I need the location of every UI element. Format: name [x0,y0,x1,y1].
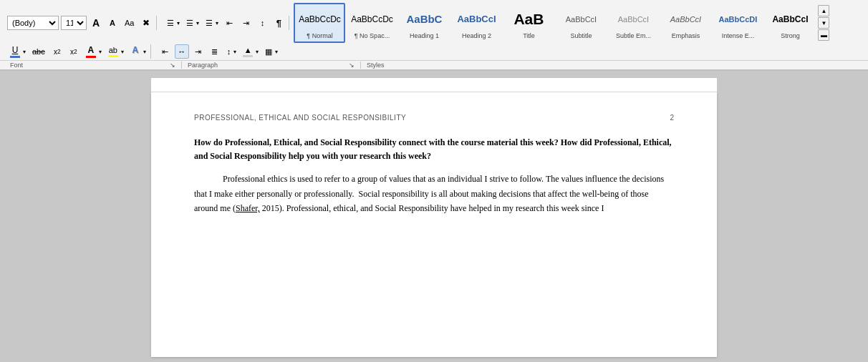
style-heading1-preview: AaBbC [406,6,442,32]
line-spacing-dropdown: ▾ [233,49,237,55]
style-heading2-label: Heading 2 [462,33,491,40]
doc-header-title: PROFESSIONAL, ETHICAL AND SOCIAL RESPONS… [194,114,406,122]
align-left-button[interactable]: ⇤ [158,44,173,59]
toolbar-row1: (Body) 11 A A Aa ✖ ☰ ▾ ☰ ▾ ☰ ▾ ⇤ [4,3,864,44]
style-heading2-preview: AaBbCcI [457,6,496,32]
increase-indent-button[interactable]: ⇥ [238,16,253,30]
bullets-button[interactable]: ☰ ▾ [164,16,181,30]
style-heading2[interactable]: AaBbCcI Heading 2 [450,3,502,43]
style-intense-e[interactable]: AaBbCcDI Intense E... [712,3,763,43]
sort-button[interactable]: ↕ [255,16,269,30]
style-heading1-label: Heading 1 [410,33,439,40]
document-area: PROFESSIONAL, ETHICAL AND SOCIAL RESPONS… [0,71,868,362]
subscript-button[interactable]: x2 [50,44,64,59]
text-effect-button[interactable]: A ▾ [127,44,148,59]
style-subtle-em-preview: AaBbCcI [618,6,649,32]
style-emphasis[interactable]: AaBbCcI Emphasis [660,3,711,43]
text-effect-dropdown: ▾ [143,49,147,55]
shading-dropdown: ▾ [255,49,259,55]
font-group: (Body) 11 A A Aa ✖ [4,16,157,30]
shading-icon: ▲ [241,46,255,57]
numbering-icon: ☰ [184,19,196,28]
font-size-select[interactable]: 11 [61,16,87,30]
borders-button[interactable]: ▦ ▾ [262,44,279,59]
style-normal[interactable]: AaBbCcDc ¶ Normal [294,3,345,43]
style-subtle-em-label: Subtle Em... [616,33,651,40]
doc-header-page: 2 [670,114,674,122]
borders-icon: ▦ [263,47,274,57]
multilevel-dropdown-arrow: ▾ [215,20,219,26]
gallery-scroll-up[interactable]: ▲ [818,5,829,16]
gallery-more-styles[interactable]: ▬ [818,29,829,41]
style-emphasis-label: Emphasis [672,33,700,40]
style-emphasis-preview: AaBbCcI [670,6,701,32]
clear-format-button[interactable]: ✖ [139,16,153,30]
font-dialog-launcher[interactable]: ↘ [170,62,175,69]
paragraph-section-label: Paragraph ↘ [182,62,361,69]
style-intense-e-label: Intense E... [722,33,755,40]
underline-button[interactable]: U ▾ [7,44,27,59]
styles-gallery: AaBbCcDc ¶ Normal AaBbCcDc ¶ No Spac... … [294,3,864,43]
style-subtitle-label: Subtitle [570,33,592,40]
font-section-label: Font ↘ [4,62,182,69]
style-normal-label: ¶ Normal [307,33,332,40]
style-heading1[interactable]: AaBbC Heading 1 [398,3,450,43]
style-title[interactable]: AaB Title [503,3,554,43]
grow-font-button[interactable]: A [89,16,103,30]
highlight-dropdown: ▾ [120,49,125,55]
gallery-scroll-controls: ▲ ▼ ▬ [818,5,829,41]
style-no-spacing-label: ¶ No Spac... [355,33,390,40]
underline-dropdown: ▾ [22,49,26,55]
borders-dropdown: ▾ [274,49,279,55]
numbering-dropdown-arrow: ▾ [196,20,200,26]
font-name-select[interactable]: (Body) [7,16,59,30]
multilevel-icon: ☰ [203,19,215,28]
doc-body: How do Professional, Ethical, and Social… [194,136,674,216]
multilevel-button[interactable]: ☰ ▾ [203,16,220,30]
citation-shafer: Shafer, [236,203,260,213]
style-subtitle[interactable]: AaBbCcI Subtitle [555,3,607,43]
style-no-spacing[interactable]: AaBbCcDc ¶ No Spac... [346,3,397,43]
doc-header: PROFESSIONAL, ETHICAL AND SOCIAL RESPONS… [194,114,674,122]
superscript-button[interactable]: x2 [67,44,81,59]
styles-section-label: Styles [361,62,791,69]
strikethrough-button[interactable]: abc [29,44,48,59]
font-color-dropdown: ▾ [98,49,102,55]
style-strong-preview: AaBbCcI [772,6,808,32]
underline-icon: U [8,45,22,58]
align-right-button[interactable]: ⇥ [191,44,206,59]
doc-paragraph-1: Professional ethics is used to refer to … [194,172,674,215]
style-subtitle-preview: AaBbCcI [566,6,597,32]
list-group: ☰ ▾ ☰ ▾ ☰ ▾ ⇤ ⇥ ↕ ¶ [161,16,289,30]
show-para-button[interactable]: ¶ [271,16,286,30]
font-format-group: U ▾ abc x2 x2 A ▾ ab [4,44,151,59]
line-spacing-button[interactable]: ↕ ▾ [224,44,238,59]
justify-button[interactable]: ≣ [208,44,222,59]
style-strong[interactable]: AaBbCcI Strong [764,3,816,43]
style-intense-e-preview: AaBbCcDI [719,6,758,32]
change-case-button[interactable]: Aa [122,16,137,30]
style-title-label: Title [523,33,535,40]
style-title-preview: AaB [513,6,544,32]
shrink-font-button[interactable]: A [105,16,120,30]
style-subtle-em[interactable]: AaBbCcI Subtle Em... [607,3,659,43]
doc-question: How do Professional, Ethical, and Social… [194,136,674,163]
numbering-button[interactable]: ☰ ▾ [183,16,201,30]
shading-button[interactable]: ▲ ▾ [240,44,260,59]
style-normal-preview: AaBbCcDc [299,6,341,32]
style-strong-label: Strong [781,33,800,40]
align-group: ⇤ ↔ ⇥ ≣ ↕ ▾ ▲ ▾ ▦ ▾ [155,44,283,59]
highlight-button[interactable]: ab ▾ [105,44,125,59]
font-color-button[interactable]: A ▾ [83,44,103,59]
highlight-icon: ab [106,46,120,57]
decrease-indent-button[interactable]: ⇤ [222,16,236,30]
paragraph-dialog-launcher[interactable]: ↘ [349,62,355,69]
font-color-icon: A [84,45,98,58]
section-labels-bar: Font ↘ Paragraph ↘ Styles [0,61,868,71]
gallery-scroll-down[interactable]: ▼ [818,17,829,29]
document-page[interactable]: PROFESSIONAL, ETHICAL AND SOCIAL RESPONS… [151,92,717,357]
align-center-button[interactable]: ↔ [175,44,189,59]
text-effect-icon: A [128,45,143,58]
style-no-spacing-preview: AaBbCcDc [351,6,393,32]
toolbar: (Body) 11 A A Aa ✖ ☰ ▾ ☰ ▾ ☰ ▾ ⇤ [0,0,868,61]
